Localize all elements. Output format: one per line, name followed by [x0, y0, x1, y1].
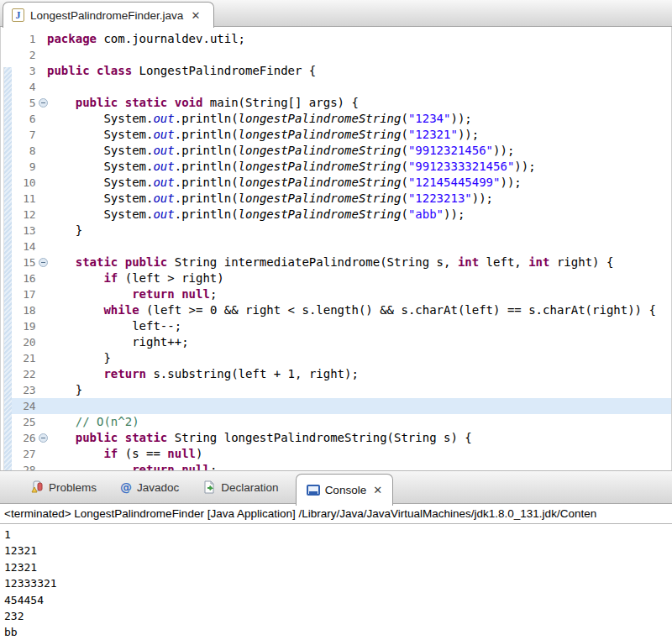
code-editor[interactable]: 1package com.journaldev.util;23public cl…: [0, 27, 672, 470]
code-text: System.out.println(longestPalindromeStri…: [47, 143, 671, 159]
code-line-25[interactable]: 25 // O(n^2): [1, 414, 671, 430]
code-line-5[interactable]: 5 public static void main(String[] args)…: [1, 95, 671, 111]
problems-icon: [30, 480, 44, 494]
line-number: 25: [1, 414, 35, 430]
code-line-26[interactable]: 26 public static String longestPalindrom…: [1, 430, 671, 446]
fold-column: [39, 143, 50, 159]
line-number: 13: [1, 223, 35, 239]
code-text: System.out.println(longestPalindromeStri…: [47, 191, 671, 207]
code-text: System.out.println(longestPalindromeStri…: [47, 159, 671, 175]
fold-column: [39, 254, 50, 270]
code-line-22[interactable]: 22 return s.substring(left + 1, right);: [1, 366, 671, 382]
java-file-icon: J: [12, 8, 24, 22]
fold-column: [39, 446, 50, 462]
code-line-2[interactable]: 2: [1, 47, 671, 63]
fold-column: [39, 430, 50, 446]
tab-problems-label: Problems: [49, 481, 97, 494]
console-output-line: 232: [4, 608, 668, 624]
fold-column: [39, 462, 50, 470]
code-line-18[interactable]: 18 while (left >= 0 && right < s.length(…: [1, 302, 671, 318]
code-line-17[interactable]: 17 return null;: [1, 286, 671, 302]
code-line-11[interactable]: 11 System.out.println(longestPalindromeS…: [1, 191, 671, 207]
code-line-3[interactable]: 3public class LongestPalindromeFinder {: [1, 63, 671, 79]
code-line-12[interactable]: 12 System.out.println(longestPalindromeS…: [1, 207, 671, 223]
line-number: 23: [1, 382, 35, 398]
code-line-9[interactable]: 9 System.out.println(longestPalindromeSt…: [1, 159, 671, 175]
fold-column: [39, 79, 50, 95]
tab-declaration-label: Declaration: [221, 481, 278, 494]
code-text: System.out.println(longestPalindromeStri…: [47, 127, 671, 143]
line-number: 4: [1, 79, 35, 95]
editor-tab-bar: J LongestPalindromeFinder.java ✕: [0, 0, 672, 27]
line-number: 1: [1, 31, 35, 47]
console-output-line: 1: [4, 527, 668, 543]
code-line-28[interactable]: 28 return null;: [1, 462, 671, 470]
fold-column: [39, 127, 50, 143]
fold-collapse-icon[interactable]: [39, 433, 48, 443]
line-number: 18: [1, 302, 35, 318]
fold-column: [39, 318, 50, 334]
line-number: 15: [1, 254, 35, 270]
line-number: 28: [1, 462, 35, 470]
console-output[interactable]: 1123211232112333321454454232bb: [0, 524, 672, 640]
code-text: }: [47, 350, 671, 366]
close-icon[interactable]: ✕: [191, 10, 200, 21]
code-line-7[interactable]: 7 System.out.println(longestPalindromeSt…: [1, 127, 671, 143]
line-number: 22: [1, 366, 35, 382]
line-number: 10: [1, 175, 35, 191]
console-output-line: 12333321: [4, 575, 668, 591]
fold-column: [39, 302, 50, 318]
fold-column: [39, 366, 50, 382]
code-text: right++;: [47, 334, 671, 350]
code-line-20[interactable]: 20 right++;: [1, 334, 671, 350]
code-line-19[interactable]: 19 left--;: [1, 318, 671, 334]
console-view: <terminated> LongestPalindromeFinder [Ja…: [0, 505, 672, 640]
code-line-13[interactable]: 13 }: [1, 223, 671, 239]
close-icon[interactable]: ✕: [373, 485, 382, 496]
code-text: if (left > right): [47, 270, 671, 286]
code-text: }: [47, 382, 671, 398]
fold-column: [39, 239, 50, 254]
code-lines: 1package com.journaldev.util;23public cl…: [1, 31, 671, 470]
tab-console-label: Console: [325, 484, 367, 496]
line-number: 5: [1, 95, 35, 111]
fold-column: [39, 111, 50, 127]
console-icon: [307, 485, 320, 496]
line-number: 3: [1, 63, 35, 79]
javadoc-icon: @: [120, 480, 132, 494]
code-text: while (left >= 0 && right < s.length() &…: [47, 302, 671, 318]
code-text: // O(n^2): [47, 414, 671, 430]
tab-javadoc[interactable]: @ Javadoc: [108, 471, 191, 503]
code-text: static public String intermediatePalindr…: [47, 254, 671, 270]
fold-collapse-icon[interactable]: [39, 258, 48, 267]
fold-collapse-icon[interactable]: [39, 98, 48, 108]
tab-console[interactable]: Console ✕: [296, 474, 393, 506]
line-number: 14: [1, 239, 35, 254]
line-number: 2: [1, 47, 35, 63]
fold-column: [39, 95, 50, 111]
console-output-line: 454454: [4, 592, 668, 608]
code-text: System.out.println(longestPalindromeStri…: [47, 207, 671, 223]
code-line-8[interactable]: 8 System.out.println(longestPalindromeSt…: [1, 143, 671, 159]
tab-declaration[interactable]: Declaration: [191, 471, 290, 503]
code-text: System.out.println(longestPalindromeStri…: [47, 111, 671, 127]
code-line-16[interactable]: 16 if (left > right): [1, 270, 671, 286]
code-line-4[interactable]: 4: [1, 79, 671, 95]
tab-problems[interactable]: Problems: [18, 471, 108, 503]
code-line-15[interactable]: 15 static public String intermediatePali…: [1, 254, 671, 270]
code-line-10[interactable]: 10 System.out.println(longestPalindromeS…: [1, 175, 671, 191]
line-number: 7: [1, 127, 35, 143]
code-line-6[interactable]: 6 System.out.println(longestPalindromeSt…: [1, 111, 671, 127]
bottom-panel-tab-bar: Problems @ Javadoc Declaration Console ✕: [0, 470, 672, 504]
code-line-24[interactable]: 24: [1, 398, 671, 414]
code-line-14[interactable]: 14: [1, 239, 671, 254]
code-text: return s.substring(left + 1, right);: [47, 366, 671, 382]
code-line-21[interactable]: 21 }: [1, 350, 671, 366]
code-line-1[interactable]: 1package com.journaldev.util;: [1, 31, 671, 47]
editor-tab-longestpalindromefinder[interactable]: J LongestPalindromeFinder.java ✕: [3, 2, 214, 28]
code-text: public class LongestPalindromeFinder {: [47, 63, 671, 79]
code-line-27[interactable]: 27 if (s == null): [1, 446, 671, 462]
fold-column: [39, 31, 50, 47]
code-line-23[interactable]: 23 }: [1, 382, 671, 398]
line-number: 9: [1, 159, 35, 175]
